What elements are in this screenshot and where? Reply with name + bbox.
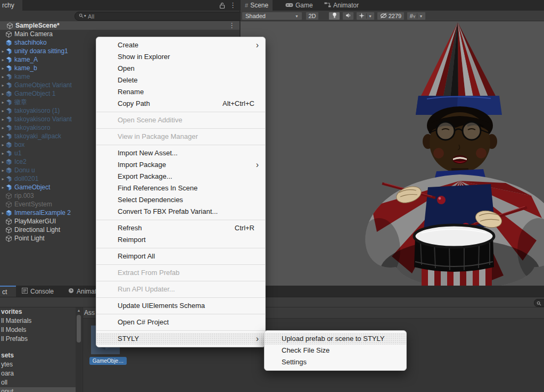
- toggle-2d-button[interactable]: 2D: [306, 12, 319, 20]
- context-menu-item[interactable]: Select Dependencies: [96, 194, 265, 206]
- context-menu-item[interactable]: Open Scene Additive: [96, 114, 265, 126]
- context-menu-item[interactable]: Find References In Scene: [96, 182, 265, 194]
- shading-mode-dropdown[interactable]: Shaded ▼: [242, 12, 302, 20]
- expander-arrow-icon[interactable]: [1, 168, 5, 173]
- context-menu-item[interactable]: Create: [96, 39, 265, 51]
- context-menu-item[interactable]: Open: [96, 63, 265, 74]
- context-menu-item[interactable]: Import Package: [96, 159, 265, 171]
- scene-viewport[interactable]: [241, 21, 544, 286]
- expander-arrow-icon[interactable]: [1, 126, 5, 130]
- expander-arrow-icon[interactable]: [1, 49, 5, 54]
- scrollbar-thumb[interactable]: [77, 315, 81, 343]
- expander-arrow-icon[interactable]: [1, 185, 5, 190]
- context-menu-item[interactable]: Extract From Prefab: [96, 267, 265, 279]
- context-menu-item[interactable]: Refresh Ctrl+R: [96, 222, 265, 234]
- context-menu-item[interactable]: [96, 330, 265, 331]
- context-menu-item[interactable]: Export Package...: [96, 171, 265, 182]
- menu-item-label: Import New Asset...: [118, 149, 178, 157]
- context-menu-item[interactable]: View in Package Manager: [96, 131, 265, 143]
- tab-console[interactable]: Console: [18, 286, 58, 297]
- expander-arrow-icon[interactable]: [1, 74, 5, 79]
- context-menu-item[interactable]: Rename: [96, 86, 265, 98]
- expander-arrow-icon[interactable]: [1, 117, 5, 122]
- favorites-item[interactable]: [0, 344, 76, 351]
- context-menu-item[interactable]: Import New Asset...: [96, 147, 265, 159]
- favorites-item[interactable]: onut: [0, 387, 76, 392]
- context-menu-item[interactable]: Open C# Project: [96, 316, 265, 328]
- context-menu-item[interactable]: STYLY: [96, 333, 265, 345]
- menu-item-label: Show in Explorer: [118, 53, 170, 61]
- context-menu-item[interactable]: Convert To FBX Prefab Variant...: [96, 206, 265, 218]
- scene-audio-toggle[interactable]: [342, 12, 354, 20]
- expander-arrow-icon[interactable]: [1, 134, 5, 139]
- styly-submenu-item[interactable]: Settings: [265, 356, 406, 368]
- favorites-item[interactable]: vorites: [0, 307, 76, 316]
- favorites-item[interactable]: oara: [0, 369, 76, 378]
- expander-arrow-icon[interactable]: [1, 160, 5, 164]
- expander-arrow-icon[interactable]: [1, 91, 5, 96]
- context-menu-item[interactable]: [96, 264, 265, 265]
- grid-settings-dropdown[interactable]: #Y ▼: [407, 12, 426, 20]
- context-menu-item[interactable]: Copy Path Alt+Ctrl+C: [96, 98, 265, 110]
- favorites-item[interactable]: oll: [0, 378, 76, 387]
- hierarchy-search-input[interactable]: [75, 12, 245, 21]
- tab-game[interactable]: Game: [281, 0, 317, 11]
- styly-submenu-item[interactable]: Upload prefab or scene to STYLY: [265, 333, 406, 345]
- favorites-column: vorites ll Materials ll Models ll Prefab…: [0, 307, 76, 392]
- favorites-item[interactable]: ll Materials: [0, 316, 76, 326]
- context-menu-item[interactable]: Delete: [96, 74, 265, 86]
- tab-scene[interactable]: # Scene: [241, 0, 273, 11]
- scroll-up-arrow-icon[interactable]: ▲: [76, 307, 82, 314]
- project-search-box[interactable]: [534, 299, 544, 307]
- scene-lighting-toggle[interactable]: [328, 12, 340, 20]
- hierarchy-item-label: takoyakisoro Variant: [14, 115, 72, 123]
- menu-item-label: Create: [118, 41, 138, 49]
- context-menu-item[interactable]: Reimport All: [96, 251, 265, 262]
- lock-icon[interactable]: [219, 2, 225, 11]
- menu-item-label: Reimport All: [118, 252, 155, 260]
- context-menu-item[interactable]: [96, 248, 265, 248]
- kebab-menu-icon[interactable]: ⋮: [229, 1, 236, 10]
- menu-item-label: Export Package...: [118, 172, 172, 180]
- context-menu-item[interactable]: [96, 145, 265, 145]
- tab-animator[interactable]: Animator: [320, 0, 363, 11]
- context-menu-item[interactable]: [96, 314, 265, 314]
- expander-arrow-icon[interactable]: [1, 211, 5, 215]
- menu-item-label: Open Scene Additive: [118, 116, 182, 124]
- expander-arrow-icon[interactable]: [1, 83, 5, 88]
- context-menu-item[interactable]: [96, 281, 265, 281]
- tab-animator-bottom[interactable]: Animat: [64, 286, 101, 297]
- context-menu-item[interactable]: Show in Explorer: [96, 51, 265, 63]
- context-menu-item[interactable]: Update UIElements Schema: [96, 300, 265, 312]
- favorites-item[interactable]: sets: [0, 351, 76, 360]
- context-menu-item[interactable]: Run API Updater...: [96, 283, 265, 295]
- cube-icon: [5, 124, 12, 131]
- favorites-scrollbar[interactable]: ▲: [76, 307, 82, 392]
- context-menu-item[interactable]: Reimport: [96, 234, 265, 246]
- search-filter-caret-icon[interactable]: ▾: [84, 14, 86, 18]
- expander-arrow-icon[interactable]: [1, 143, 5, 147]
- tab-hierarchy[interactable]: rchy: [0, 0, 22, 11]
- submenu-arrow-icon: [256, 159, 259, 171]
- favorites-item[interactable]: ll Prefabs: [0, 335, 76, 344]
- favorites-item[interactable]: ll Models: [0, 326, 76, 335]
- scene-kebab-menu-icon[interactable]: ⋮: [228, 21, 235, 30]
- scene-header-row[interactable]: SampleScene* ⋮: [0, 21, 240, 30]
- expander-arrow-icon[interactable]: [1, 100, 5, 105]
- scene-effects-dropdown[interactable]: ▼: [356, 12, 375, 20]
- expander-arrow-icon[interactable]: [1, 151, 5, 156]
- menu-item-shortcut: Alt+Ctrl+C: [222, 98, 254, 110]
- context-menu-item[interactable]: [96, 220, 265, 220]
- favorites-item[interactable]: ytes: [0, 360, 76, 369]
- gizmos-visibility-button[interactable]: 2279: [377, 12, 405, 20]
- context-menu-item[interactable]: [96, 128, 265, 129]
- styly-submenu-item[interactable]: Check File Size: [265, 345, 406, 356]
- tab-project[interactable]: ct: [0, 286, 16, 297]
- context-menu-item[interactable]: [96, 297, 265, 298]
- expander-arrow-icon[interactable]: [1, 177, 5, 181]
- asset-label[interactable]: GameObje…: [89, 357, 127, 365]
- expander-arrow-icon[interactable]: [1, 66, 5, 71]
- expander-arrow-icon[interactable]: [1, 109, 5, 113]
- context-menu-item[interactable]: [96, 112, 265, 112]
- expander-arrow-icon[interactable]: [1, 57, 5, 62]
